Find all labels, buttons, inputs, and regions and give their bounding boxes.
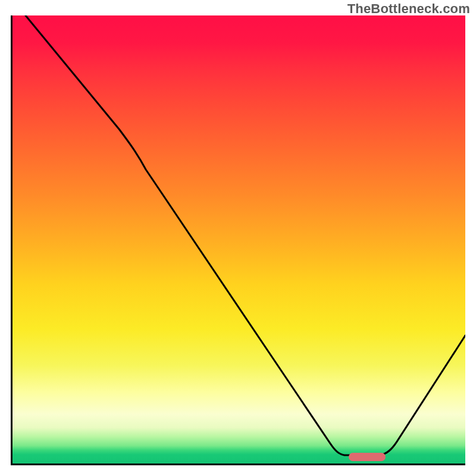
chart-container: TheBottleneck.com bbox=[0, 0, 476, 476]
bottleneck-curve bbox=[12, 15, 465, 464]
curve-path bbox=[26, 15, 465, 455]
plot-area bbox=[11, 15, 465, 465]
optimal-range-marker bbox=[349, 453, 386, 461]
watermark-text: TheBottleneck.com bbox=[347, 1, 470, 17]
